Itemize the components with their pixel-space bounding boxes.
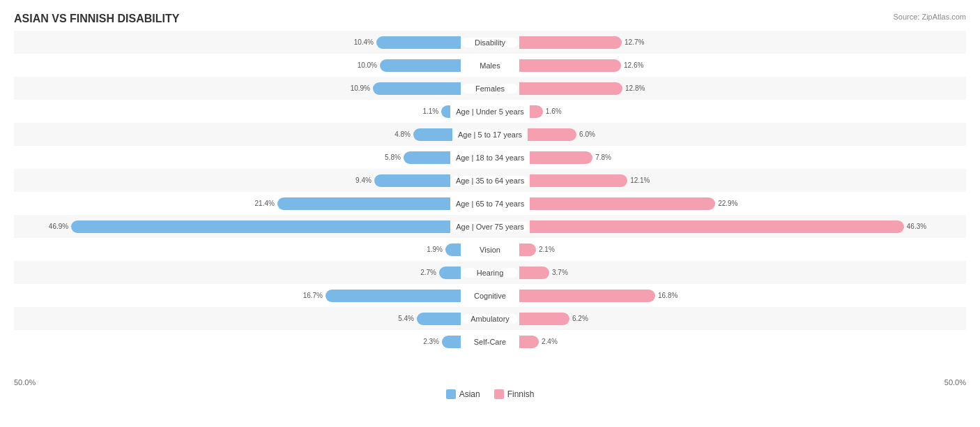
- bar-section: 1.9% Vision 2.1%: [14, 238, 966, 261]
- bar-section: 4.8% Age | 5 to 17 years 6.0%: [14, 123, 966, 146]
- right-side: 6.2%: [518, 307, 966, 330]
- finnish-bar: [519, 244, 536, 256]
- right-side: 12.7%: [518, 31, 966, 54]
- table-row: 46.9% Age | Over 75 years 46.3%: [14, 215, 966, 238]
- left-wrapper: 16.7%: [14, 290, 461, 302]
- table-row: 5.4% Ambulatory 6.2%: [14, 307, 966, 330]
- right-side: 12.8%: [518, 77, 966, 100]
- row-label: Age | Under 5 years: [452, 107, 528, 117]
- asian-value: 9.4%: [355, 177, 374, 184]
- chart-area: 10.4% Disability 12.7% 10.0% Males: [14, 31, 966, 375]
- row-label: Cognitive: [462, 291, 518, 301]
- left-side: 21.4%: [14, 192, 452, 215]
- finnish-bar: [519, 290, 655, 302]
- finnish-value: 12.1%: [627, 177, 650, 184]
- right-side: 3.7%: [518, 261, 966, 284]
- legend-finnish-label: Finnish: [507, 389, 535, 399]
- asian-bar: [439, 267, 461, 279]
- finnish-value: 2.1%: [536, 246, 555, 253]
- right-wrapper: 16.8%: [519, 290, 966, 302]
- right-wrapper: 46.3%: [530, 220, 966, 233]
- right-wrapper: 12.1%: [530, 174, 966, 187]
- right-side: 6.0%: [526, 123, 966, 146]
- asian-value: 10.9%: [351, 84, 373, 92]
- asian-bar: [373, 82, 461, 95]
- asian-bar: [326, 290, 461, 302]
- legend-finnish-box: [494, 389, 504, 399]
- table-row: 10.0% Males 12.6%: [14, 54, 966, 77]
- right-side: 7.8%: [528, 146, 966, 169]
- finnish-bar: [530, 105, 543, 118]
- row-label: Disability: [462, 38, 518, 47]
- finnish-value: 1.6%: [543, 107, 562, 115]
- table-row: 2.7% Hearing 3.7%: [14, 261, 966, 284]
- asian-value: 2.3%: [423, 338, 442, 345]
- row-label: Females: [462, 84, 518, 93]
- asian-bar: [417, 313, 461, 325]
- asian-bar: [413, 128, 452, 141]
- asian-value: 5.8%: [385, 153, 404, 161]
- legend-asian-label: Asian: [459, 389, 480, 399]
- finnish-bar: [519, 36, 622, 49]
- bar-section: 10.9% Females 12.8%: [14, 77, 966, 100]
- right-wrapper: 2.4%: [519, 336, 966, 348]
- left-side: 4.8%: [14, 123, 454, 146]
- table-row: 16.7% Cognitive 16.8%: [14, 284, 966, 307]
- legend: Asian Finnish: [14, 389, 966, 399]
- row-label: Vision: [462, 245, 518, 255]
- asian-bar: [442, 336, 461, 348]
- finnish-bar: [530, 197, 715, 210]
- row-label: Hearing: [462, 268, 518, 278]
- left-side: 2.3%: [14, 330, 462, 353]
- finnish-bar: [519, 313, 569, 325]
- legend-asian: Asian: [446, 389, 480, 399]
- left-side: 5.4%: [14, 307, 462, 330]
- right-wrapper: 3.7%: [519, 267, 966, 279]
- left-wrapper: 2.3%: [14, 336, 461, 348]
- finnish-bar: [519, 267, 549, 279]
- table-row: 10.4% Disability 12.7%: [14, 31, 966, 54]
- left-side: 5.8%: [14, 146, 452, 169]
- asian-value: 46.9%: [49, 223, 71, 230]
- row-label: Age | Over 75 years: [452, 222, 528, 232]
- table-row: 2.3% Self-Care 2.4%: [14, 330, 966, 353]
- left-wrapper: 5.8%: [14, 151, 450, 164]
- asian-bar: [277, 197, 450, 210]
- chart-container: ASIAN VS FINNISH DISABILITY Source: ZipA…: [0, 0, 980, 427]
- bar-section: 46.9% Age | Over 75 years 46.3%: [14, 215, 966, 238]
- left-wrapper: 10.0%: [14, 59, 461, 72]
- finnish-value: 12.8%: [622, 84, 645, 92]
- bar-section: 10.4% Disability 12.7%: [14, 31, 966, 54]
- source-label: Source: ZipAtlas.com: [893, 13, 966, 21]
- asian-bar: [374, 174, 450, 187]
- row-label: Age | 5 to 17 years: [454, 130, 526, 140]
- left-side: 1.1%: [14, 100, 452, 123]
- asian-value: 5.4%: [398, 315, 417, 322]
- right-side: 12.6%: [518, 54, 966, 77]
- finnish-bar: [519, 59, 621, 72]
- finnish-value: 12.7%: [622, 38, 644, 46]
- bar-section: 16.7% Cognitive 16.8%: [14, 284, 966, 307]
- right-side: 1.6%: [528, 100, 966, 123]
- table-row: 1.1% Age | Under 5 years 1.6%: [14, 100, 966, 123]
- asian-value: 16.7%: [303, 292, 326, 299]
- finnish-value: 3.7%: [549, 269, 568, 276]
- left-wrapper: 21.4%: [14, 197, 450, 210]
- asian-value: 21.4%: [255, 200, 277, 207]
- row-label: Age | 35 to 64 years: [452, 176, 528, 186]
- asian-value: 10.4%: [354, 38, 376, 46]
- asian-bar: [404, 151, 450, 164]
- finnish-bar: [519, 336, 539, 348]
- table-row: 10.9% Females 12.8%: [14, 77, 966, 100]
- finnish-value: 7.8%: [592, 153, 611, 161]
- right-side: 22.9%: [528, 192, 966, 215]
- right-wrapper: 12.8%: [519, 82, 966, 95]
- chart-title: ASIAN VS FINNISH DISABILITY: [14, 13, 966, 25]
- finnish-value: 6.0%: [576, 130, 595, 138]
- bar-section: 10.0% Males 12.6%: [14, 54, 966, 77]
- bar-section: 1.1% Age | Under 5 years 1.6%: [14, 100, 966, 123]
- left-side: 10.4%: [14, 31, 462, 54]
- finnish-bar: [530, 220, 904, 233]
- left-side: 10.9%: [14, 77, 462, 100]
- asian-value: 1.1%: [422, 107, 441, 115]
